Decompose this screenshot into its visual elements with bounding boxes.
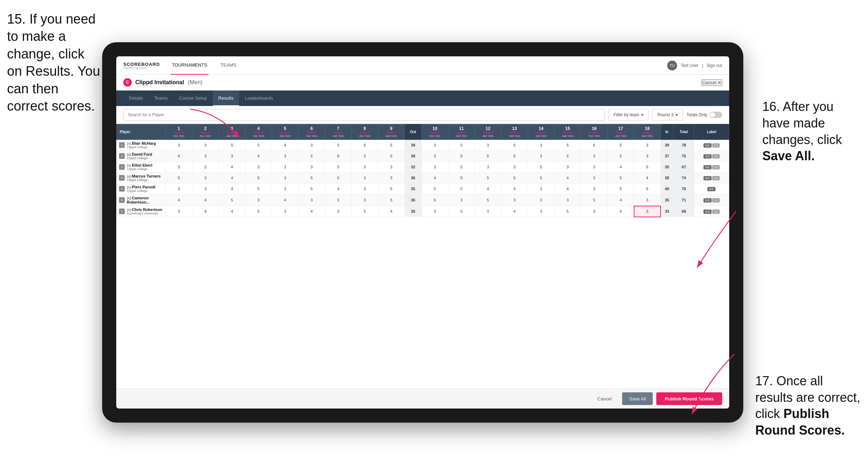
hole-18-score[interactable]: 6 (634, 183, 661, 194)
hole-18-score[interactable]: 3 (634, 194, 661, 206)
hole-10-score[interactable]: 3 (422, 162, 448, 173)
hole-12-score[interactable]: 3 (475, 140, 501, 151)
hole-16-score[interactable]: 3 (581, 151, 607, 162)
toggle-switch[interactable] (709, 112, 722, 118)
hole-15-score[interactable]: 5 (554, 206, 581, 217)
hole-8-score[interactable]: 3 (352, 162, 378, 173)
hole-7-score[interactable]: 5 (325, 173, 351, 183)
hole-11-score[interactable]: 5 (448, 140, 475, 151)
hole-2-score[interactable]: 3 (192, 162, 218, 173)
hole-11-score[interactable]: 5 (448, 151, 475, 162)
hole-5-score[interactable]: 4 (272, 140, 298, 151)
hole-17-score[interactable]: 4 (607, 194, 634, 206)
hole-16-score[interactable]: 3 (581, 173, 607, 183)
hole-15-score[interactable]: 3 (554, 194, 581, 206)
hole-12-score[interactable]: 4 (475, 183, 501, 194)
hole-6-score[interactable]: 5 (298, 183, 325, 194)
sign-out-link[interactable]: Sign out (707, 63, 722, 68)
hole-17-score[interactable]: 4 (607, 162, 634, 173)
hole-3-score[interactable]: 5 (219, 194, 245, 206)
publish-round-scores-button[interactable]: Publish Round Scores (656, 392, 722, 405)
hole-5-score[interactable]: 3 (272, 151, 298, 162)
hole-9-score[interactable]: 5 (378, 183, 404, 194)
hole-17-score[interactable]: 5 (607, 140, 634, 151)
hole-10-score[interactable]: 3 (422, 206, 448, 217)
hole-16-score[interactable]: 3 (581, 162, 607, 173)
hole-2-score[interactable]: 3 (192, 173, 218, 183)
hole-9-score[interactable]: 3 (378, 162, 404, 173)
hole-2-score[interactable]: 4 (192, 194, 218, 206)
hole-13-score[interactable]: 3 (501, 194, 528, 206)
hole-5-score[interactable]: 4 (272, 194, 298, 206)
hole-7-score[interactable]: 3 (325, 206, 351, 217)
hole-6-score[interactable]: 3 (298, 140, 325, 151)
totals-only-toggle[interactable]: Totals Only (687, 112, 722, 118)
hole-14-score[interactable]: 3 (528, 194, 554, 206)
hole-11-score[interactable]: 5 (448, 173, 475, 183)
hole-5-score[interactable]: 3 (272, 162, 298, 173)
hole-12-score[interactable]: 5 (475, 173, 501, 183)
hole-9-score[interactable]: 4 (378, 206, 404, 217)
round-selector-button[interactable]: Round 3 ▾ (652, 109, 683, 121)
hole-3-score[interactable]: 4 (219, 173, 245, 183)
hole-5-score[interactable]: 3 (272, 173, 298, 183)
hole-16-score[interactable]: 3 (581, 206, 607, 217)
hole-8-score[interactable]: 3 (352, 183, 378, 194)
hole-4-score[interactable]: 3 (245, 194, 272, 206)
hole-3-score[interactable]: 4 (219, 183, 245, 194)
cancel-tournament-button[interactable]: Cancel ✕ (701, 79, 722, 86)
tab-results[interactable]: Results (213, 91, 239, 106)
hole-9-score[interactable]: 5 (378, 140, 404, 151)
hole-1-score[interactable]: 3 (166, 140, 192, 151)
hole-17-score[interactable]: 4 (607, 206, 634, 217)
hole-4-score[interactable]: 4 (245, 151, 272, 162)
filter-by-team-button[interactable]: Filter by team ▾ (608, 109, 649, 121)
hole-6-score[interactable]: 5 (298, 173, 325, 183)
hole-5-score[interactable]: 3 (272, 206, 298, 217)
hole-2-score[interactable]: 3 (192, 151, 218, 162)
hole-13-score[interactable]: 5 (501, 151, 528, 162)
hole-7-score[interactable]: 5 (325, 194, 351, 206)
hole-14-score[interactable]: 5 (528, 173, 554, 183)
hole-16-score[interactable]: 6 (581, 140, 607, 151)
hole-14-score[interactable]: 5 (528, 162, 554, 173)
hole-7-score[interactable]: 5 (325, 162, 351, 173)
hole-12-score[interactable]: 3 (475, 162, 501, 173)
hole-14-score[interactable]: 3 (528, 183, 554, 194)
hole-11-score[interactable]: 5 (448, 183, 475, 194)
hole-1-score[interactable]: 4 (166, 194, 192, 206)
hole-2-score[interactable]: 3 (192, 183, 218, 194)
hole-7-score[interactable]: 6 (325, 151, 351, 162)
tab-teams[interactable]: Teams (149, 91, 173, 106)
hole-16-score[interactable]: 5 (581, 194, 607, 206)
hole-17-score[interactable]: 5 (607, 183, 634, 194)
hole-3-score[interactable]: 3 (219, 151, 245, 162)
hole-1-score[interactable]: 3 (166, 206, 192, 217)
hole-8-score[interactable]: 3 (352, 151, 378, 162)
hole-17-score[interactable]: 5 (607, 151, 634, 162)
hole-4-score[interactable]: 5 (245, 206, 272, 217)
hole-10-score[interactable]: 5 (422, 183, 448, 194)
hole-1-score[interactable]: 5 (166, 173, 192, 183)
hole-18-score[interactable]: 3 (634, 206, 661, 217)
tab-course-setup[interactable]: Course Setup (173, 91, 213, 106)
hole-9-score[interactable]: 5 (378, 151, 404, 162)
hole-13-score[interactable]: 6 (501, 140, 528, 151)
hole-18-score[interactable]: 6 (634, 162, 661, 173)
hole-8-score[interactable]: 3 (352, 173, 378, 183)
hole-12-score[interactable]: 3 (475, 206, 501, 217)
hole-15-score[interactable]: 4 (554, 183, 581, 194)
hole-9-score[interactable]: 3 (378, 173, 404, 183)
hole-6-score[interactable]: 3 (298, 162, 325, 173)
hole-15-score[interactable]: 5 (554, 140, 581, 151)
hole-10-score[interactable]: 6 (422, 194, 448, 206)
hole-10-score[interactable]: 4 (422, 173, 448, 183)
hole-6-score[interactable]: 3 (298, 194, 325, 206)
hole-3-score[interactable]: 5 (219, 140, 245, 151)
hole-5-score[interactable]: 3 (272, 183, 298, 194)
hole-9-score[interactable]: 5 (378, 194, 404, 206)
hole-15-score[interactable]: 5 (554, 151, 581, 162)
hole-10-score[interactable]: 3 (422, 151, 448, 162)
nav-teams[interactable]: TEAMS (219, 56, 238, 75)
tab-details[interactable]: Details (123, 91, 149, 106)
